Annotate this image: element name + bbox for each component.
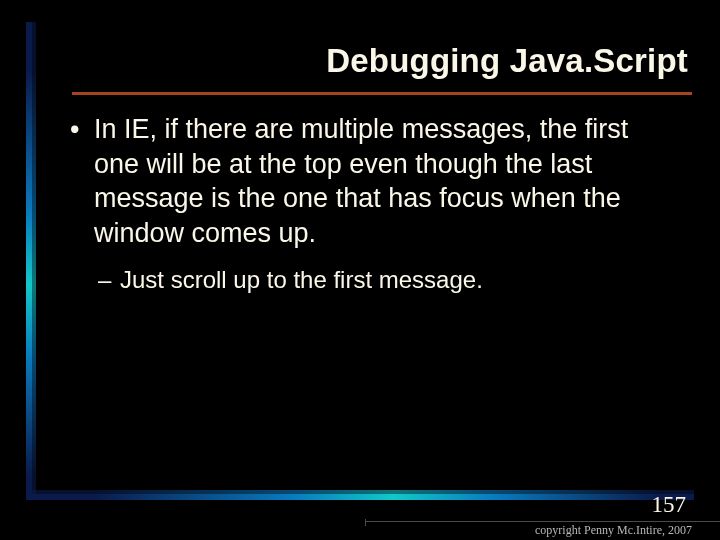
bullet-level-2-text: Just scroll up to the first message. xyxy=(120,264,483,295)
horizontal-accent-bar-inner xyxy=(26,490,694,494)
bullet-level-1: • In IE, if there are multiple messages,… xyxy=(70,112,680,250)
footer-tick xyxy=(365,519,366,526)
slide: Debugging Java.Script • In IE, if there … xyxy=(0,0,720,540)
slide-body: • In IE, if there are multiple messages,… xyxy=(70,112,680,295)
bullet-level-2: – Just scroll up to the first message. xyxy=(98,264,680,295)
title-underline xyxy=(72,92,692,95)
vertical-accent-bar-inner xyxy=(32,22,36,500)
bullet-dash-icon: – xyxy=(98,264,120,295)
footer-rule xyxy=(365,521,720,522)
title-container: Debugging Java.Script xyxy=(80,42,688,84)
copyright-text: copyright Penny Mc.Intire, 2007 xyxy=(535,523,692,538)
slide-title: Debugging Java.Script xyxy=(326,42,688,84)
horizontal-accent-bar xyxy=(26,494,694,500)
page-number: 157 xyxy=(652,492,687,518)
bullet-level-1-text: In IE, if there are multiple messages, t… xyxy=(94,112,680,250)
bullet-dot-icon: • xyxy=(70,112,94,250)
